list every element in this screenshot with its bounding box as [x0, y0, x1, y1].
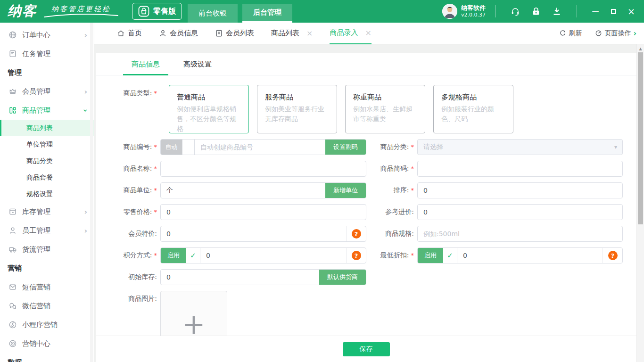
field-label: 商品分类:*: [366, 143, 414, 151]
sidebar: 订单中心 › 任务管理 管理 会员管理 › 商品管理 › 商品列表 单位管理 商…: [0, 23, 94, 362]
field-label: 会员特价:: [96, 230, 157, 238]
goods-name-input[interactable]: [161, 161, 366, 176]
window-controls: — ×: [586, 0, 640, 23]
purchase-price-input[interactable]: [418, 205, 622, 220]
user-name: 纳客软件: [461, 4, 486, 12]
lock-icon[interactable]: [531, 6, 541, 16]
retail-price-input[interactable]: [161, 205, 366, 220]
envelope-icon: [8, 283, 17, 291]
required-mark: *: [411, 143, 414, 150]
goods-code-input[interactable]: [195, 140, 325, 155]
sort-input[interactable]: [418, 183, 622, 198]
discount-enable-toggle[interactable]: 启用: [418, 248, 443, 263]
nav-front-cashier[interactable]: 前台收银: [188, 4, 238, 23]
sidebar-subitem-goods-category[interactable]: 商品分类: [0, 153, 94, 169]
tab-member-info[interactable]: 会员信息: [159, 23, 198, 44]
tab-close-icon[interactable]: ×: [306, 29, 313, 38]
min-discount-input[interactable]: [457, 248, 603, 263]
plus-icon: +: [182, 311, 206, 338]
minimize-button[interactable]: —: [586, 0, 604, 23]
avatar[interactable]: [442, 4, 457, 19]
form-tab-advanced-settings[interactable]: 高级设置: [175, 53, 220, 75]
sidebar-subitem-unit-management[interactable]: 单位管理: [0, 136, 94, 153]
sidebar-item-wechat-marketing[interactable]: 微信营销: [0, 296, 94, 315]
sidebar-item-task-management[interactable]: 任务管理: [0, 44, 94, 63]
nav-back-office[interactable]: 后台管理: [242, 4, 292, 23]
goods-unit-input[interactable]: [161, 183, 325, 198]
titlebar-divider-2: [577, 5, 577, 17]
sidebar-item-logistics-management[interactable]: 货流管理: [0, 240, 94, 259]
points-enable-toggle[interactable]: 启用: [161, 248, 186, 263]
tab-home[interactable]: 首页: [117, 23, 142, 44]
set-subcode-button[interactable]: 设置副码: [325, 140, 366, 155]
tab-close-icon[interactable]: ×: [365, 28, 371, 37]
sidebar-item-staff-management[interactable]: 员工管理 ›: [0, 221, 94, 240]
goods-category-select[interactable]: 请选择 ▾: [417, 139, 623, 155]
form-row: 商品编号:* 自动 设置副码 商品分类:* 请选择 ▾: [96, 139, 636, 155]
type-card-service[interactable]: 服务商品 例如美业等服务行业无库存商品: [257, 85, 337, 133]
scroll-up-icon[interactable]: ▲: [637, 44, 644, 51]
goods-spec-input[interactable]: [418, 226, 622, 241]
form-tabs: 商品信息 高级设置: [96, 53, 636, 75]
type-card-multispec[interactable]: 多规格商品 例如服装行业的颜色、尺码: [433, 85, 513, 133]
sidebar-subitem-goods-package[interactable]: 商品套餐: [0, 169, 94, 186]
vertical-scrollbar[interactable]: ▲: [636, 44, 644, 362]
tab-goods-entry[interactable]: 商品录入 ×: [330, 23, 371, 44]
sidebar-item-sms-marketing[interactable]: 短信营销: [0, 278, 94, 296]
scrollbar-thumb[interactable]: [638, 52, 643, 224]
tab-label: 商品列表: [271, 29, 299, 38]
titlebar-divider: [495, 5, 495, 17]
tab-label: 商品录入: [330, 28, 358, 37]
default-supplier-button[interactable]: 默认供货商: [319, 270, 366, 285]
field-label: 商品类型:*: [96, 89, 157, 98]
close-icon: ×: [627, 6, 635, 16]
type-card-weighing[interactable]: 称重商品 例如水果店、生鲜超市等称重类: [345, 85, 425, 133]
help-icon[interactable]: ?: [608, 251, 618, 260]
field-points-mode: 积分方式:* 启用 ✓ ?: [96, 247, 366, 263]
avatar-person-icon: [442, 4, 457, 19]
content-area: 商品信息 高级设置 商品类型:* 普通商品 例如便利店单规格销售，不区分颜色等规…: [94, 44, 644, 362]
globe-icon: [8, 31, 17, 39]
sidebar-item-inventory-management[interactable]: 库存管理 ›: [0, 202, 94, 221]
form-tab-goods-info[interactable]: 商品信息: [123, 53, 168, 75]
field-label: 积分方式:*: [96, 251, 157, 260]
add-unit-button[interactable]: 新增单位: [325, 183, 366, 198]
select-value: 请选择: [418, 143, 614, 151]
tab-goods-list[interactable]: 商品列表 ×: [271, 23, 313, 44]
sidebar-item-member-management[interactable]: 会员管理 ›: [0, 82, 94, 101]
refresh-button[interactable]: 刷新: [559, 29, 582, 38]
help-icon[interactable]: ?: [352, 229, 361, 239]
sidebar-item-marketing-center[interactable]: 营销中心: [0, 334, 94, 353]
field-label: 商品规格:: [366, 230, 414, 238]
customer-service-icon[interactable]: [510, 6, 520, 16]
maximize-button[interactable]: [604, 0, 622, 23]
page-actions-icon: [595, 30, 602, 37]
goods-shortcode-input[interactable]: [418, 161, 622, 176]
member-price-input[interactable]: [161, 226, 346, 241]
close-button[interactable]: ×: [622, 0, 640, 23]
initial-stock-input[interactable]: [161, 270, 319, 285]
tab-member-list[interactable]: 会员列表: [215, 23, 254, 44]
save-button[interactable]: 保存: [343, 342, 390, 356]
download-icon[interactable]: [552, 6, 562, 16]
sidebar-subitem-spec-settings[interactable]: 规格设置: [0, 186, 94, 202]
chevron-down-icon: ›: [81, 109, 90, 112]
sidebar-item-miniprogram-marketing[interactable]: 小程序营销: [0, 315, 94, 334]
page-actions-button[interactable]: 页面操作 ›: [595, 29, 636, 38]
sidebar-scrollbar[interactable]: [90, 23, 93, 362]
sidebar-subitem-goods-list[interactable]: 商品列表: [0, 120, 94, 136]
edition-badge[interactable]: 零售版: [132, 3, 182, 20]
form-row: 零售价格:* 参考进价:: [96, 204, 636, 220]
auto-code-toggle[interactable]: 自动: [161, 140, 195, 155]
sidebar-item-label: 短信营销: [22, 283, 50, 292]
sidebar-item-order-center[interactable]: 订单中心 ›: [0, 25, 94, 44]
member-icon: [159, 29, 167, 37]
help-icon[interactable]: ?: [352, 251, 361, 260]
check-icon[interactable]: ✓: [443, 248, 457, 263]
points-value-input[interactable]: [200, 248, 346, 263]
wechat-icon: [8, 302, 17, 310]
type-card-normal[interactable]: 普通商品 例如便利店单规格销售，不区分颜色等规格: [169, 85, 249, 133]
sidebar-item-goods-management[interactable]: 商品管理 ›: [0, 101, 94, 120]
check-icon[interactable]: ✓: [186, 248, 200, 263]
sidebar-item-label: 会员管理: [22, 87, 50, 96]
